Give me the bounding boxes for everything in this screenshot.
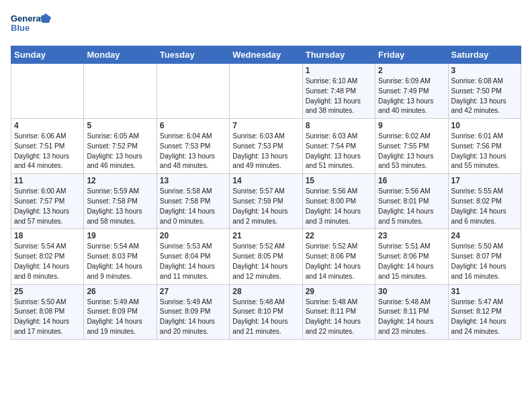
weekday-header-saturday: Saturday	[448, 46, 521, 64]
calendar-cell: 17Sunrise: 5:55 AM Sunset: 8:02 PM Dayli…	[448, 174, 521, 229]
day-number: 6	[160, 121, 226, 130]
cell-text: Sunrise: 6:00 AM Sunset: 7:57 PM Dayligh…	[14, 187, 81, 226]
calendar-cell	[84, 64, 157, 119]
calendar-cell: 18Sunrise: 5:54 AM Sunset: 8:02 PM Dayli…	[11, 229, 84, 284]
weekday-header-thursday: Thursday	[302, 46, 375, 64]
day-number: 27	[160, 287, 226, 296]
weekday-header-wednesday: Wednesday	[230, 46, 302, 64]
day-number: 17	[451, 176, 518, 185]
day-number: 19	[87, 231, 153, 240]
weekday-header-monday: Monday	[84, 46, 157, 64]
cell-text: Sunrise: 5:51 AM Sunset: 8:06 PM Dayligh…	[378, 242, 445, 281]
calendar-cell: 24Sunrise: 5:50 AM Sunset: 8:07 PM Dayli…	[448, 229, 521, 284]
calendar-cell: 6Sunrise: 6:04 AM Sunset: 7:53 PM Daylig…	[157, 119, 229, 174]
cell-text: Sunrise: 5:48 AM Sunset: 8:10 PM Dayligh…	[232, 298, 299, 337]
cell-text: Sunrise: 5:48 AM Sunset: 8:11 PM Dayligh…	[378, 298, 445, 337]
day-number: 13	[160, 176, 226, 185]
cell-text: Sunrise: 6:01 AM Sunset: 7:56 PM Dayligh…	[451, 132, 518, 171]
cell-text: Sunrise: 5:47 AM Sunset: 8:12 PM Dayligh…	[451, 298, 518, 337]
day-number: 18	[14, 231, 81, 240]
calendar-cell: 10Sunrise: 6:01 AM Sunset: 7:56 PM Dayli…	[448, 119, 521, 174]
cell-text: Sunrise: 6:02 AM Sunset: 7:55 PM Dayligh…	[378, 132, 445, 171]
calendar-cell: 27Sunrise: 5:49 AM Sunset: 8:09 PM Dayli…	[157, 284, 229, 339]
day-number: 14	[232, 176, 299, 185]
calendar-cell	[230, 64, 302, 119]
calendar-week-row: 1Sunrise: 6:10 AM Sunset: 7:48 PM Daylig…	[11, 64, 521, 119]
cell-text: Sunrise: 6:05 AM Sunset: 7:52 PM Dayligh…	[87, 132, 153, 171]
day-number: 7	[232, 121, 299, 130]
cell-text: Sunrise: 5:56 AM Sunset: 8:01 PM Dayligh…	[378, 187, 445, 226]
cell-text: Sunrise: 5:54 AM Sunset: 8:02 PM Dayligh…	[14, 242, 81, 281]
weekday-header-sunday: Sunday	[11, 46, 84, 64]
cell-text: Sunrise: 5:52 AM Sunset: 8:06 PM Dayligh…	[306, 242, 372, 281]
svg-text:General: General	[11, 13, 43, 24]
day-number: 15	[306, 176, 372, 185]
day-number: 11	[14, 176, 81, 185]
calendar-cell	[157, 64, 229, 119]
cell-text: Sunrise: 5:53 AM Sunset: 8:04 PM Dayligh…	[160, 242, 226, 281]
day-number: 16	[378, 176, 445, 185]
cell-text: Sunrise: 6:10 AM Sunset: 7:48 PM Dayligh…	[306, 77, 372, 116]
day-number: 12	[87, 176, 153, 185]
day-number: 5	[87, 121, 153, 130]
calendar-cell: 1Sunrise: 6:10 AM Sunset: 7:48 PM Daylig…	[302, 64, 375, 119]
cell-text: Sunrise: 5:49 AM Sunset: 8:09 PM Dayligh…	[87, 298, 153, 337]
calendar-week-row: 25Sunrise: 5:50 AM Sunset: 8:08 PM Dayli…	[11, 284, 521, 339]
calendar-cell: 4Sunrise: 6:06 AM Sunset: 7:51 PM Daylig…	[11, 119, 84, 174]
calendar-cell: 11Sunrise: 6:00 AM Sunset: 7:57 PM Dayli…	[11, 174, 84, 229]
calendar-cell: 9Sunrise: 6:02 AM Sunset: 7:55 PM Daylig…	[375, 119, 448, 174]
calendar-cell: 25Sunrise: 5:50 AM Sunset: 8:08 PM Dayli…	[11, 284, 84, 339]
calendar-cell: 13Sunrise: 5:58 AM Sunset: 7:58 PM Dayli…	[157, 174, 229, 229]
calendar-cell: 5Sunrise: 6:05 AM Sunset: 7:52 PM Daylig…	[84, 119, 157, 174]
cell-text: Sunrise: 6:04 AM Sunset: 7:53 PM Dayligh…	[160, 132, 226, 171]
calendar-cell: 7Sunrise: 6:03 AM Sunset: 7:53 PM Daylig…	[230, 119, 302, 174]
calendar-cell: 21Sunrise: 5:52 AM Sunset: 8:05 PM Dayli…	[230, 229, 302, 284]
cell-text: Sunrise: 5:56 AM Sunset: 8:00 PM Dayligh…	[306, 187, 372, 226]
cell-text: Sunrise: 6:06 AM Sunset: 7:51 PM Dayligh…	[14, 132, 81, 171]
cell-text: Sunrise: 5:50 AM Sunset: 8:07 PM Dayligh…	[451, 242, 518, 281]
day-number: 20	[160, 231, 226, 240]
calendar-week-row: 18Sunrise: 5:54 AM Sunset: 8:02 PM Dayli…	[11, 229, 521, 284]
day-number: 28	[232, 287, 299, 296]
page-header: General Blue	[11, 11, 521, 38]
day-number: 4	[14, 121, 81, 130]
calendar-cell: 23Sunrise: 5:51 AM Sunset: 8:06 PM Dayli…	[375, 229, 448, 284]
calendar-cell: 2Sunrise: 6:09 AM Sunset: 7:49 PM Daylig…	[375, 64, 448, 119]
calendar-cell: 20Sunrise: 5:53 AM Sunset: 8:04 PM Dayli…	[157, 229, 229, 284]
svg-text:Blue: Blue	[11, 23, 30, 33]
calendar-cell	[11, 64, 84, 119]
cell-text: Sunrise: 5:59 AM Sunset: 7:58 PM Dayligh…	[87, 187, 153, 226]
calendar-cell: 3Sunrise: 6:08 AM Sunset: 7:50 PM Daylig…	[448, 64, 521, 119]
day-number: 9	[378, 121, 445, 130]
cell-text: Sunrise: 5:57 AM Sunset: 7:59 PM Dayligh…	[232, 187, 299, 226]
day-number: 23	[378, 231, 445, 240]
day-number: 22	[306, 231, 372, 240]
calendar-cell: 31Sunrise: 5:47 AM Sunset: 8:12 PM Dayli…	[448, 284, 521, 339]
cell-text: Sunrise: 5:54 AM Sunset: 8:03 PM Dayligh…	[87, 242, 153, 281]
day-number: 26	[87, 287, 153, 296]
cell-text: Sunrise: 6:03 AM Sunset: 7:54 PM Dayligh…	[306, 132, 372, 171]
cell-text: Sunrise: 6:09 AM Sunset: 7:49 PM Dayligh…	[378, 77, 445, 116]
cell-text: Sunrise: 5:52 AM Sunset: 8:05 PM Dayligh…	[232, 242, 299, 281]
calendar-cell: 22Sunrise: 5:52 AM Sunset: 8:06 PM Dayli…	[302, 229, 375, 284]
calendar-cell: 26Sunrise: 5:49 AM Sunset: 8:09 PM Dayli…	[84, 284, 157, 339]
logo: General Blue	[11, 11, 51, 38]
cell-text: Sunrise: 5:48 AM Sunset: 8:11 PM Dayligh…	[306, 298, 372, 337]
calendar-cell: 15Sunrise: 5:56 AM Sunset: 8:00 PM Dayli…	[302, 174, 375, 229]
day-number: 3	[451, 66, 518, 75]
calendar-cell: 19Sunrise: 5:54 AM Sunset: 8:03 PM Dayli…	[84, 229, 157, 284]
day-number: 31	[451, 287, 518, 296]
day-number: 29	[306, 287, 372, 296]
calendar-cell: 14Sunrise: 5:57 AM Sunset: 7:59 PM Dayli…	[230, 174, 302, 229]
calendar-cell: 16Sunrise: 5:56 AM Sunset: 8:01 PM Dayli…	[375, 174, 448, 229]
cell-text: Sunrise: 5:49 AM Sunset: 8:09 PM Dayligh…	[160, 298, 226, 337]
cell-text: Sunrise: 5:55 AM Sunset: 8:02 PM Dayligh…	[451, 187, 518, 226]
calendar-cell: 30Sunrise: 5:48 AM Sunset: 8:11 PM Dayli…	[375, 284, 448, 339]
calendar-cell: 29Sunrise: 5:48 AM Sunset: 8:11 PM Dayli…	[302, 284, 375, 339]
calendar-cell: 12Sunrise: 5:59 AM Sunset: 7:58 PM Dayli…	[84, 174, 157, 229]
cell-text: Sunrise: 6:03 AM Sunset: 7:53 PM Dayligh…	[232, 132, 299, 171]
cell-text: Sunrise: 5:50 AM Sunset: 8:08 PM Dayligh…	[14, 298, 81, 337]
calendar-cell: 28Sunrise: 5:48 AM Sunset: 8:10 PM Dayli…	[230, 284, 302, 339]
cell-text: Sunrise: 5:58 AM Sunset: 7:58 PM Dayligh…	[160, 187, 226, 226]
day-number: 10	[451, 121, 518, 130]
